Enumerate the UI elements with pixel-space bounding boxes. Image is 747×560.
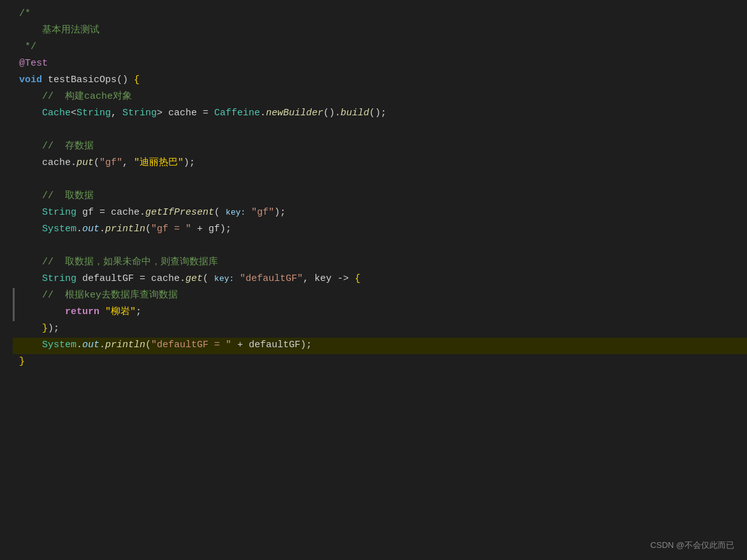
line-19: return "柳岩"; bbox=[13, 305, 747, 321]
line-17: String defaultGF = cache.get( key: "defa… bbox=[13, 271, 747, 288]
comment-open: /* bbox=[19, 6, 31, 22]
line-14: System.out.println("gf = " + gf); bbox=[13, 222, 747, 238]
line-3: */ bbox=[13, 39, 747, 56]
line-2: 基本用法测试 bbox=[13, 23, 747, 39]
line-15 bbox=[13, 238, 747, 255]
type-cache: Cache bbox=[19, 106, 71, 121]
line-10: cache.put("gf", "迪丽热巴"); bbox=[13, 155, 747, 172]
line-20: }); bbox=[13, 321, 747, 338]
watermark: CSDN @不会仅此而已 bbox=[650, 539, 734, 552]
comment-build: // 构建cache对象 bbox=[19, 89, 132, 104]
line-13: String gf = cache.getIfPresent( key: "gf… bbox=[13, 205, 747, 222]
annotation-test: @Test bbox=[19, 56, 48, 71]
line-11 bbox=[13, 172, 747, 189]
brace-open: { bbox=[134, 73, 140, 88]
line-1: /* bbox=[13, 6, 747, 23]
line-22: } bbox=[13, 354, 747, 371]
code-container: /* 基本用法测试 */ @Test void testBasicOps() {… bbox=[0, 0, 747, 560]
line-7: Cache<String, String> cache = Caffeine.n… bbox=[13, 106, 747, 122]
comment-close: */ bbox=[19, 39, 36, 55]
comment-cn-text: 基本用法测试 bbox=[19, 23, 99, 38]
comment-get2: // 取数据，如果未命中，则查询数据库 bbox=[19, 255, 218, 270]
comment-db: // 根据key去数据库查询数据 bbox=[19, 288, 178, 303]
comment-get: // 取数据 bbox=[19, 189, 94, 204]
line-12: // 取数据 bbox=[13, 189, 747, 205]
line-4: @Test bbox=[13, 56, 747, 73]
keyword-void: void bbox=[19, 73, 42, 88]
line-16: // 取数据，如果未命中，则查询数据库 bbox=[13, 255, 747, 271]
comment-store: // 存数据 bbox=[19, 139, 94, 154]
line-9: // 存数据 bbox=[13, 139, 747, 155]
line-6: // 构建cache对象 bbox=[13, 89, 747, 106]
line-21: System.out.println("defaultGF = " + defa… bbox=[13, 338, 747, 354]
line-5: void testBasicOps() { bbox=[13, 73, 747, 89]
method-name: testBasicOps() bbox=[42, 73, 134, 88]
line-8 bbox=[13, 122, 747, 139]
line-18: // 根据key去数据库查询数据 bbox=[13, 288, 747, 305]
